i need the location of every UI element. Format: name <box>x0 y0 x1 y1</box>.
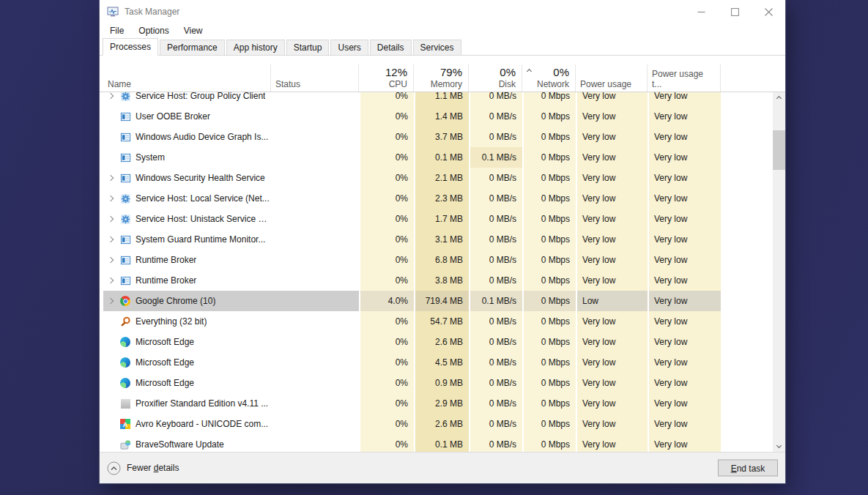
row-filler <box>721 434 773 452</box>
table-row[interactable]: AAvro Keyboard - UNICODE com...0%2.6 MB0… <box>103 414 773 434</box>
column-header-cpu[interactable]: 12% CPU <box>359 64 414 92</box>
column-header-name[interactable]: Name <box>103 64 271 92</box>
table-row[interactable]: Windows Security Health Service0%2.1 MB0… <box>103 168 773 188</box>
column-header-power-usage[interactable]: Power usage <box>576 64 648 92</box>
table-row[interactable]: BraveSoftware Update0%0.1 MB0 MB/s0 Mbps… <box>103 434 773 452</box>
process-name-cell[interactable]: Microsoft Edge <box>103 352 271 373</box>
process-name-cell[interactable]: Everything (32 bit) <box>103 311 271 332</box>
process-name-cell[interactable]: AAvro Keyboard - UNICODE com... <box>103 414 271 434</box>
tab-app-history[interactable]: App history <box>226 40 285 55</box>
table-row[interactable]: Service Host: Group Policy Client0%1.1 M… <box>103 92 773 106</box>
tab-performance[interactable]: Performance <box>160 40 225 55</box>
column-header-power-usage-trend[interactable]: Power usage t... <box>648 64 721 92</box>
process-name-cell[interactable]: Windows Security Health Service <box>103 168 271 188</box>
column-header-network[interactable]: 0% Network <box>522 64 576 92</box>
cpu-cell: 0% <box>359 352 414 373</box>
row-filler <box>721 332 773 352</box>
row-expander-icon[interactable] <box>105 217 115 221</box>
table-row[interactable]: Microsoft Edge0%2.6 MB0 MB/s0 MbpsVery l… <box>103 332 773 352</box>
fewer-details-toggle[interactable]: Fewer details <box>107 461 179 475</box>
maximize-button[interactable] <box>718 0 752 23</box>
row-expander-icon[interactable] <box>105 299 115 303</box>
process-name-label: Runtime Broker <box>136 255 196 265</box>
table-row[interactable]: Service Host: Local Service (Net...0%2.3… <box>103 188 773 209</box>
table-row[interactable]: Service Host: Unistack Service G...0%1.7… <box>103 209 773 229</box>
row-expander-icon[interactable] <box>105 237 115 242</box>
row-filler <box>721 414 773 434</box>
table-row[interactable]: System Guard Runtime Monitor...0%3.1 MB0… <box>103 229 773 250</box>
process-name-cell[interactable]: User OOBE Broker <box>103 106 271 127</box>
process-name-cell[interactable]: Proxifier Standard Edition v4.11 ... <box>103 393 271 414</box>
column-header-disk[interactable]: 0% Disk <box>469 64 522 92</box>
table-row[interactable]: Runtime Broker0%3.8 MB0 MB/s0 MbpsVery l… <box>103 270 773 291</box>
menu-options[interactable]: Options <box>131 24 176 37</box>
table-scrollbar[interactable] <box>773 92 785 452</box>
tab-processes[interactable]: Processes <box>103 38 158 56</box>
tab-services[interactable]: Services <box>413 40 461 55</box>
menu-view[interactable]: View <box>177 24 210 37</box>
table-row[interactable]: Microsoft Edge0%0.9 MB0 MB/s0 MbpsVery l… <box>103 373 773 393</box>
process-name-cell[interactable]: Runtime Broker <box>103 270 271 291</box>
process-name-cell[interactable]: Microsoft Edge <box>103 332 271 352</box>
column-header-status[interactable]: Status <box>271 64 359 92</box>
column-header-memory[interactable]: 79% Memory <box>414 64 469 92</box>
close-button[interactable] <box>752 0 785 23</box>
menu-file[interactable]: File <box>103 24 131 37</box>
process-name-cell[interactable]: BraveSoftware Update <box>103 434 271 452</box>
row-expander-icon[interactable] <box>105 94 115 98</box>
title-bar[interactable]: Task Manager <box>100 0 785 23</box>
tab-details[interactable]: Details <box>370 40 412 55</box>
process-name-cell[interactable]: Google Chrome (10) <box>103 291 271 311</box>
row-filler <box>721 311 773 332</box>
row-expander-icon[interactable] <box>105 278 115 283</box>
status-cell <box>271 92 359 106</box>
power-usage-trend-cell: Very low <box>648 393 721 414</box>
memory-cell: 54.7 MB <box>414 311 469 332</box>
power-usage-trend-cell: Very low <box>648 209 721 229</box>
network-cell: 0 Mbps <box>522 127 576 147</box>
process-name-label: Avro Keyboard - UNICODE com... <box>136 419 268 429</box>
table-row[interactable]: Microsoft Edge0%4.5 MB0 MB/s0 MbpsVery l… <box>103 352 773 373</box>
gear-icon <box>119 213 131 225</box>
table-row[interactable]: Proxifier Standard Edition v4.11 ...0%2.… <box>103 393 773 414</box>
network-cell: 0 Mbps <box>522 373 576 393</box>
process-name-cell[interactable]: Service Host: Group Policy Client <box>103 92 271 106</box>
minimize-button[interactable] <box>684 0 718 23</box>
scrollbar-thumb[interactable] <box>773 130 785 170</box>
network-cell: 0 Mbps <box>522 393 576 414</box>
power-usage-trend-cell: Very low <box>648 270 721 291</box>
process-name-cell[interactable]: Service Host: Local Service (Net... <box>103 188 271 209</box>
status-cell <box>271 188 359 209</box>
tab-users[interactable]: Users <box>330 40 368 55</box>
network-cell: 0 Mbps <box>522 147 576 168</box>
table-row[interactable]: System0%0.1 MB0.1 MB/s0 MbpsVery lowVery… <box>103 147 773 168</box>
row-filler <box>721 291 773 311</box>
scroll-down-button[interactable] <box>773 439 785 452</box>
row-filler <box>721 147 773 168</box>
end-task-button[interactable]: End task <box>718 460 778 477</box>
row-filler <box>721 270 773 291</box>
power-usage-cell: Very low <box>576 106 648 127</box>
disk-total-value: 0% <box>473 67 516 78</box>
table-row[interactable]: Windows Audio Device Graph Is...0%3.7 MB… <box>103 127 773 147</box>
process-name-cell[interactable]: Service Host: Unistack Service G... <box>103 209 271 229</box>
process-name-cell[interactable]: Microsoft Edge <box>103 373 271 393</box>
disk-cell: 0 MB/s <box>469 229 522 250</box>
status-cell <box>271 168 359 188</box>
table-row[interactable]: Google Chrome (10)4.0%719.4 MB0.1 MB/s0 … <box>103 291 773 311</box>
table-row[interactable]: Runtime Broker0%6.8 MB0 MB/s0 MbpsVery l… <box>103 250 773 270</box>
process-name-cell[interactable]: System Guard Runtime Monitor... <box>103 229 271 250</box>
row-expander-icon[interactable] <box>105 258 115 262</box>
process-name-cell[interactable]: System <box>103 147 271 168</box>
row-expander-icon[interactable] <box>105 196 115 201</box>
disk-cell: 0.1 MB/s <box>469 147 522 168</box>
scroll-up-button[interactable] <box>773 92 785 105</box>
process-name-cell[interactable]: Windows Audio Device Graph Is... <box>103 127 271 147</box>
memory-cell: 2.9 MB <box>414 393 469 414</box>
tab-startup[interactable]: Startup <box>286 40 330 55</box>
table-row[interactable]: Everything (32 bit)0%54.7 MB0 MB/s0 Mbps… <box>103 311 773 332</box>
power-usage-trend-cell: Very low <box>648 291 721 311</box>
process-name-cell[interactable]: Runtime Broker <box>103 250 271 270</box>
row-expander-icon[interactable] <box>105 176 115 180</box>
table-row[interactable]: User OOBE Broker0%1.4 MB0 MB/s0 MbpsVery… <box>103 106 773 127</box>
